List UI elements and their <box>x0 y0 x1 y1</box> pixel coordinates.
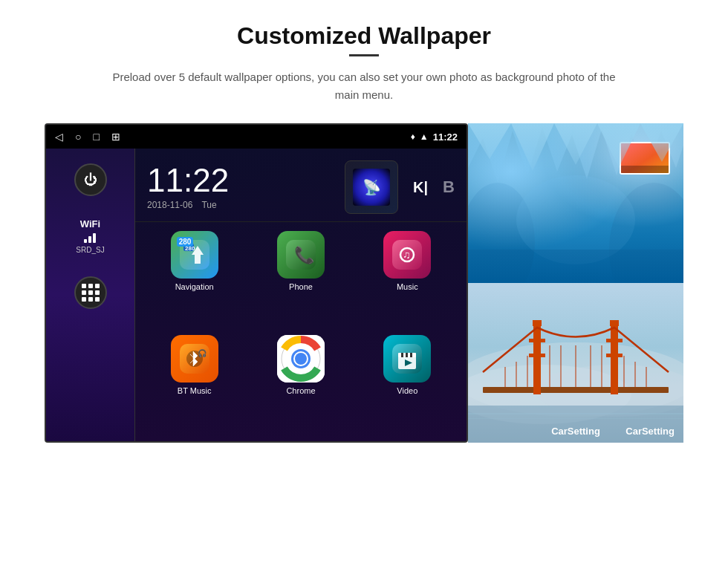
day-value: Tue <box>201 200 216 210</box>
app-item-phone[interactable]: 📞 Phone <box>250 231 351 329</box>
wifi-bars <box>84 231 96 243</box>
small-preview-overlay <box>620 142 670 175</box>
wifi-bar-1 <box>84 239 87 243</box>
location-icon: ♦ <box>411 131 415 142</box>
radio-app-icon[interactable]: 📡 <box>345 160 398 214</box>
carsetting-label: CarSetting <box>551 426 600 437</box>
svg-rect-38 <box>468 406 683 443</box>
svg-text:🎧: 🎧 <box>198 348 207 358</box>
bt-music-label: BT Music <box>178 386 212 395</box>
apps-button[interactable] <box>74 276 107 309</box>
svg-rect-46 <box>611 324 618 394</box>
radio-signal-icon: 📡 <box>363 178 381 196</box>
b-button[interactable]: B <box>443 178 455 197</box>
navigation-icon: 280 <box>171 231 218 279</box>
svg-rect-49 <box>610 320 619 326</box>
time-widget: 11:22 2018-11-06 Tue 📡 K| B <box>135 149 467 222</box>
svg-rect-22 <box>410 353 412 357</box>
chrome-icon <box>277 335 325 383</box>
wallpaper-ice-cave[interactable] <box>468 123 683 283</box>
wifi-ssid: SRD_SJ <box>76 246 104 254</box>
status-time: 11:22 <box>433 131 458 143</box>
device-section: ◁ ○ □ ⊞ ♦ ▲ 11:22 ⏻ <box>45 123 683 443</box>
ki-button[interactable]: K| <box>413 179 428 196</box>
time-display: 11:22 <box>147 164 229 197</box>
svg-text:♫: ♫ <box>403 249 411 261</box>
video-label: Video <box>397 386 417 395</box>
svg-point-29 <box>609 183 683 283</box>
date-value: 2018-11-06 <box>147 200 192 210</box>
svg-rect-45 <box>533 320 542 326</box>
video-icon <box>383 335 431 383</box>
wifi-widget[interactable]: WiFi SRD_SJ <box>76 218 104 254</box>
main-content: ⏻ WiFi SRD_SJ <box>46 149 467 441</box>
wallpaper-bridge[interactable]: CarSetting <box>468 283 683 443</box>
chrome-label: Chrome <box>286 386 315 395</box>
wifi-status-icon: ▲ <box>420 131 429 142</box>
svg-text:📞: 📞 <box>294 245 315 265</box>
app-item-navigation[interactable]: 280 Navigation <box>144 231 244 329</box>
svg-rect-42 <box>533 324 541 394</box>
bt-music-icon: 🎧 <box>171 335 218 383</box>
screenshot-icon[interactable]: ⊞ <box>111 131 120 143</box>
time-info: 11:22 2018-11-06 Tue <box>147 164 229 210</box>
music-label: Music <box>397 282 418 291</box>
wifi-label: WiFi <box>80 218 100 230</box>
svg-rect-47 <box>606 339 623 342</box>
wifi-bar-3 <box>93 233 96 243</box>
app-grid: 280 Navigation <box>135 222 467 441</box>
dot-8 <box>88 297 93 302</box>
svg-rect-21 <box>406 353 408 357</box>
center-area: 11:22 2018-11-06 Tue 📡 K| B <box>135 149 467 441</box>
svg-rect-43 <box>529 339 545 342</box>
navigation-label: Navigation <box>175 282 214 291</box>
svg-rect-40 <box>468 418 683 419</box>
dot-3 <box>95 284 100 288</box>
svg-rect-39 <box>468 413 683 414</box>
nav-icons: ◁ ○ □ ⊞ <box>55 131 120 143</box>
recents-icon[interactable]: □ <box>93 131 99 143</box>
svg-point-16 <box>295 353 307 365</box>
power-button[interactable]: ⏻ <box>74 163 107 196</box>
dot-2 <box>88 284 93 288</box>
svg-point-28 <box>468 183 535 283</box>
svg-rect-20 <box>401 353 403 357</box>
dot-1 <box>82 284 86 288</box>
phone-icon: 📞 <box>277 231 325 279</box>
android-screen: ◁ ○ □ ⊞ ♦ ▲ 11:22 ⏻ <box>45 123 468 443</box>
dot-9 <box>95 297 100 302</box>
music-icon: ♫ <box>383 231 431 279</box>
svg-rect-33 <box>621 166 670 175</box>
svg-rect-44 <box>529 354 545 357</box>
wifi-bar-2 <box>88 236 91 243</box>
dot-6 <box>95 290 100 295</box>
back-icon[interactable]: ◁ <box>55 131 63 143</box>
phone-label: Phone <box>289 282 313 291</box>
page-title: Customized Wallpaper <box>237 22 491 50</box>
radio-inner: 📡 <box>353 169 390 206</box>
svg-rect-48 <box>606 354 623 357</box>
home-icon[interactable]: ○ <box>75 131 81 143</box>
status-bar: ◁ ○ □ ⊞ ♦ ▲ 11:22 <box>46 125 467 149</box>
left-sidebar: ⏻ WiFi SRD_SJ <box>46 149 135 441</box>
dot-5 <box>88 290 93 295</box>
power-icon: ⏻ <box>84 172 97 188</box>
svg-rect-31 <box>468 250 683 283</box>
svg-text:280: 280 <box>185 245 195 252</box>
svg-point-30 <box>516 175 635 264</box>
page-container: Customized Wallpaper Preload over 5 defa… <box>0 0 728 563</box>
dot-7 <box>82 297 86 302</box>
title-divider <box>349 54 379 56</box>
date-display: 2018-11-06 Tue <box>147 200 229 210</box>
app-item-video[interactable]: Video <box>357 335 458 433</box>
wallpaper-thumbnails: CarSetting <box>468 123 683 443</box>
dot-4 <box>82 290 86 295</box>
grid-dots-icon <box>82 284 100 302</box>
app-item-bt-music[interactable]: 🎧 BT Music <box>144 335 244 433</box>
svg-rect-41 <box>483 387 669 393</box>
status-right: ♦ ▲ 11:22 <box>411 131 458 143</box>
app-item-chrome[interactable]: Chrome <box>250 335 351 433</box>
app-item-music[interactable]: ♫ Music <box>357 231 458 329</box>
page-description: Preload over 5 default wallpaper options… <box>104 68 624 104</box>
